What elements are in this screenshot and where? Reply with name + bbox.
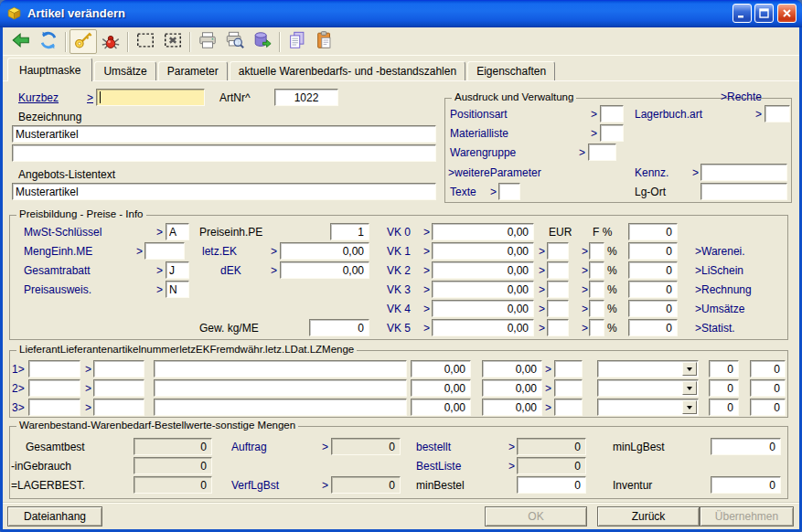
lieferant3-combobox[interactable] bbox=[597, 399, 699, 416]
kennz-arrow[interactable]: > bbox=[692, 166, 699, 179]
mwst-input[interactable] bbox=[166, 223, 189, 240]
listentext-input[interactable] bbox=[12, 183, 436, 200]
artnr-input[interactable] bbox=[274, 89, 338, 106]
vk5-w2-arrow[interactable]: > bbox=[582, 322, 588, 335]
ok-button[interactable]: OK bbox=[485, 506, 587, 527]
warengruppe-input[interactable] bbox=[588, 144, 616, 161]
vk3-arrow[interactable]: > bbox=[423, 283, 430, 296]
vk5-arrow[interactable]: > bbox=[423, 322, 430, 335]
lieferant3-ldat-input[interactable] bbox=[554, 399, 583, 416]
close-button[interactable] bbox=[777, 4, 797, 23]
lieferant1-ldat-input[interactable] bbox=[554, 360, 583, 378]
tab-eigenschaften[interactable]: Eigenschaften bbox=[467, 61, 555, 80]
mwst-arrow[interactable]: > bbox=[156, 226, 163, 239]
vk3-w2-input[interactable] bbox=[589, 281, 604, 298]
warengruppe-arrow[interactable]: > bbox=[579, 146, 585, 159]
vk5-w1-arrow[interactable]: > bbox=[539, 322, 545, 335]
preiseinh-input[interactable] bbox=[330, 223, 369, 240]
back-button[interactable] bbox=[7, 29, 35, 54]
vk1-arrow[interactable]: > bbox=[423, 245, 430, 258]
kurzbez-arrow-link[interactable]: > bbox=[87, 91, 93, 104]
lieferant1-arrow[interactable]: > bbox=[85, 363, 91, 376]
vk1-w1-input[interactable] bbox=[547, 242, 569, 260]
lieferant3-arrow[interactable]: > bbox=[85, 401, 91, 414]
tab-parameter[interactable]: Parameter bbox=[158, 61, 228, 80]
gesamtrabatt-input[interactable] bbox=[166, 261, 189, 279]
selection-button[interactable] bbox=[132, 29, 159, 54]
lieferant1-fremdw-input[interactable] bbox=[482, 360, 542, 378]
lagerbuchart-input[interactable] bbox=[765, 105, 790, 122]
bestliste-arrow[interactable]: > bbox=[508, 460, 515, 473]
copy-button[interactable] bbox=[283, 29, 311, 54]
vk4-value-input[interactable] bbox=[432, 300, 534, 317]
combobox-dropdown-button[interactable] bbox=[682, 400, 697, 414]
lieferant1-letzek-input[interactable] bbox=[411, 360, 471, 378]
texte-input[interactable] bbox=[498, 183, 520, 200]
lieferant2-ldat-input[interactable] bbox=[554, 379, 583, 397]
minlgbest-input[interactable] bbox=[711, 438, 781, 455]
auftrag-arrow[interactable]: > bbox=[322, 441, 328, 453]
lieferant1-menge2-input[interactable] bbox=[750, 360, 786, 378]
lieferant2-menge2-input[interactable] bbox=[750, 379, 786, 397]
maximize-button[interactable] bbox=[754, 4, 774, 23]
minimize-button[interactable] bbox=[732, 4, 752, 23]
lieferant3-menge2-input[interactable] bbox=[750, 399, 786, 416]
vk2-w1-arrow[interactable]: > bbox=[539, 264, 545, 277]
vk3-w1-input[interactable] bbox=[547, 281, 569, 298]
vk2-w2-input[interactable] bbox=[589, 261, 604, 279]
bezeichnung-input-2[interactable] bbox=[12, 144, 436, 162]
inventur-input[interactable] bbox=[711, 476, 781, 494]
vk2-arrow[interactable]: > bbox=[423, 264, 430, 277]
dateianhang-button[interactable]: Dateianhang bbox=[7, 506, 102, 527]
materialliste-input[interactable] bbox=[600, 124, 624, 142]
lieferant2-text-input[interactable] bbox=[154, 379, 407, 397]
lgort-input[interactable] bbox=[700, 183, 787, 200]
rechte-link[interactable]: >Rechte bbox=[721, 90, 762, 103]
vk1-value-input[interactable] bbox=[432, 242, 534, 260]
bug-button[interactable] bbox=[97, 29, 124, 54]
key-button[interactable] bbox=[70, 29, 97, 54]
gewicht-input[interactable] bbox=[309, 319, 369, 336]
vk4-w1-input[interactable] bbox=[547, 300, 569, 317]
dek-input[interactable] bbox=[280, 261, 369, 279]
lieferant2-menge1-input[interactable] bbox=[709, 379, 739, 397]
vk3-w2-arrow[interactable]: > bbox=[582, 283, 588, 296]
lieferant3-menge1-input[interactable] bbox=[709, 399, 739, 416]
zurueck-button[interactable]: Zurück bbox=[597, 506, 700, 527]
vk3-value-input[interactable] bbox=[432, 281, 534, 298]
vk1-w2-input[interactable] bbox=[589, 242, 604, 260]
lieferant3-nr-input[interactable] bbox=[28, 399, 80, 416]
mengeinh-arrow[interactable]: > bbox=[136, 245, 143, 258]
vk0-pct-input[interactable] bbox=[628, 223, 678, 240]
mengeinh-input[interactable] bbox=[144, 242, 185, 260]
refresh-button[interactable] bbox=[35, 29, 62, 54]
lieferant2-nr-input[interactable] bbox=[28, 379, 80, 397]
umsaetze-link[interactable]: >Umsätze bbox=[695, 303, 744, 315]
vk0-value-input[interactable] bbox=[432, 223, 534, 240]
lieferant1-text-input[interactable] bbox=[154, 360, 407, 378]
kurzbez-input[interactable] bbox=[96, 89, 205, 106]
lieferant2-ldat-arrow[interactable]: > bbox=[545, 382, 551, 395]
vk1-w2-arrow[interactable]: > bbox=[582, 245, 588, 258]
lieferant2-letzek-input[interactable] bbox=[411, 379, 471, 397]
vk2-w1-input[interactable] bbox=[547, 261, 569, 279]
lieferant2-arrow[interactable]: > bbox=[85, 382, 91, 395]
texte-arrow[interactable]: > bbox=[490, 186, 497, 198]
vk0-arrow[interactable]: > bbox=[423, 226, 430, 239]
lieferant2-fremdw-input[interactable] bbox=[482, 379, 542, 397]
vk3-pct-input[interactable] bbox=[628, 281, 678, 298]
lieferant1-menge1-input[interactable] bbox=[709, 360, 739, 378]
bestellt-arrow[interactable]: > bbox=[508, 441, 515, 453]
dek-arrow[interactable]: > bbox=[271, 264, 277, 277]
vk4-arrow[interactable]: > bbox=[423, 303, 430, 315]
letzek-arrow[interactable]: > bbox=[271, 245, 277, 258]
vk4-w1-arrow[interactable]: > bbox=[539, 303, 545, 315]
vk2-pct-input[interactable] bbox=[628, 261, 678, 279]
tab-umsaetze[interactable]: Umsätze bbox=[94, 61, 155, 80]
vk1-pct-input[interactable] bbox=[628, 242, 678, 260]
lischein-link[interactable]: >LiSchein bbox=[695, 264, 743, 277]
clear-selection-button[interactable] bbox=[159, 29, 187, 54]
kennz-input[interactable] bbox=[700, 164, 787, 181]
materialliste-arrow[interactable]: > bbox=[591, 127, 597, 140]
rechnung-link[interactable]: >Rechnung bbox=[695, 283, 752, 296]
